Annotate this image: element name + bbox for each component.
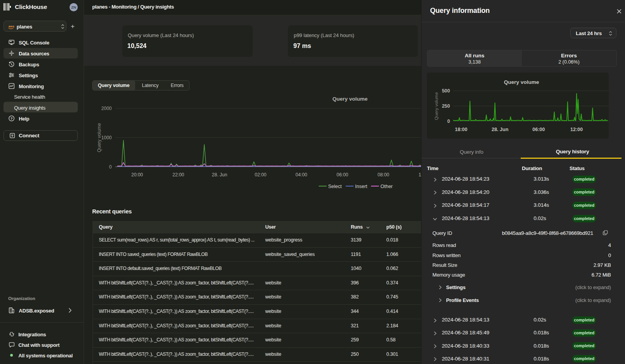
svg-text:28. Jun: 28. Jun [212,172,227,178]
svg-text:?: ? [11,116,13,120]
svg-text:0: 0 [447,119,450,124]
svg-text:500: 500 [442,88,450,94]
svg-text:Query volume: Query volume [504,79,539,85]
svg-text:250: 250 [442,103,450,109]
svg-text:Query volume: Query volume [332,96,368,102]
svg-text:Query volume: Query volume [434,92,439,120]
svg-text:08:00: 08:00 [377,172,389,178]
svg-text:02:00: 02:00 [255,172,266,178]
svg-text:Insert: Insert [355,184,368,189]
svg-text:04:00: 04:00 [295,172,307,178]
svg-text:Select: Select [328,184,342,189]
svg-text:12:00: 12:00 [570,127,583,132]
svg-text:2000: 2000 [101,106,112,111]
svg-text:20:00: 20:00 [131,172,143,178]
svg-text:18:00: 18:00 [455,127,468,132]
svg-text:28. Jun: 28. Jun [491,127,508,132]
svg-text:Other: Other [380,184,393,189]
svg-text:06:00: 06:00 [532,127,545,132]
svg-text:22:00: 22:00 [172,172,184,178]
svg-text:06:00: 06:00 [336,172,348,178]
svg-text:0: 0 [109,164,112,170]
svg-text:Query volume: Query volume [96,123,102,152]
svg-text:1000: 1000 [101,135,112,140]
